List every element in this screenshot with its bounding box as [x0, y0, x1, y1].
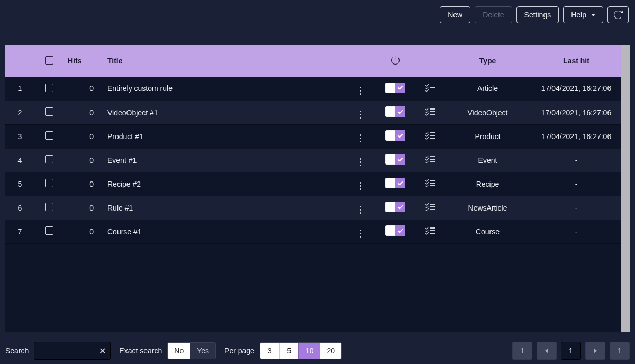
- row-menu-button[interactable]: [349, 148, 373, 172]
- row-number: 5: [5, 172, 34, 196]
- table-row: 70Course #1Course-: [5, 220, 621, 243]
- chevron-right-icon: [594, 348, 597, 353]
- row-title[interactable]: Product #1: [103, 124, 349, 148]
- row-enabled-toggle[interactable]: [373, 148, 418, 172]
- toggle-icon: [385, 130, 405, 141]
- row-hits: 0: [64, 101, 103, 124]
- help-button[interactable]: Help: [563, 6, 603, 23]
- row-select[interactable]: [34, 101, 64, 124]
- type-header[interactable]: Type: [444, 45, 531, 77]
- row-hits: 0: [64, 220, 103, 243]
- new-button[interactable]: New: [440, 6, 470, 23]
- scrollbar-thumb[interactable]: [621, 45, 630, 332]
- row-enabled-toggle[interactable]: [373, 101, 418, 124]
- row-number: 7: [5, 220, 34, 243]
- vertical-scrollbar[interactable]: [621, 45, 630, 332]
- settings-button[interactable]: Settings: [516, 6, 559, 23]
- row-number: 6: [5, 196, 34, 220]
- row-lasthit: -: [531, 148, 621, 172]
- row-title[interactable]: Rule #1: [103, 196, 349, 220]
- hits-header[interactable]: Hits: [64, 45, 103, 77]
- row-select[interactable]: [34, 220, 64, 243]
- row-enabled-toggle[interactable]: [373, 220, 418, 243]
- pager-next-button[interactable]: [585, 342, 605, 360]
- select-all-cell[interactable]: [34, 45, 64, 77]
- checkbox-icon: [45, 203, 53, 211]
- refresh-icon: [614, 11, 622, 19]
- row-title[interactable]: Course #1: [103, 220, 349, 243]
- row-lasthit: -: [531, 220, 621, 243]
- checkbox-icon: [45, 84, 53, 92]
- row-hits: 0: [64, 148, 103, 172]
- footer-bar: Search ✕ Exact search No Yes Per page 35…: [0, 338, 635, 364]
- checklist-icon: [426, 179, 436, 187]
- row-select[interactable]: [34, 124, 64, 148]
- row-checklist-button[interactable]: [418, 172, 444, 196]
- row-menu-button[interactable]: [349, 124, 373, 148]
- kebab-icon: [360, 205, 361, 215]
- delete-button: Delete: [475, 6, 512, 23]
- table-row: 50Recipe #2Recipe-: [5, 172, 621, 196]
- enabled-header[interactable]: [373, 45, 418, 77]
- row-lasthit: -: [531, 196, 621, 220]
- search-input[interactable]: [34, 342, 146, 359]
- exact-no-option[interactable]: No: [168, 343, 190, 359]
- table-header-row: Hits Title Type Last hit: [5, 45, 621, 77]
- row-checklist-button[interactable]: [418, 101, 444, 124]
- row-enabled-toggle[interactable]: [373, 196, 418, 220]
- row-menu-button[interactable]: [349, 77, 373, 101]
- refresh-button[interactable]: [607, 6, 629, 23]
- perpage-label: Per page: [224, 347, 255, 355]
- lasthit-header[interactable]: Last hit: [531, 45, 621, 77]
- row-type: Course: [444, 220, 531, 243]
- row-menu-button[interactable]: [349, 196, 373, 220]
- row-checklist-button[interactable]: [418, 196, 444, 220]
- row-enabled-toggle[interactable]: [373, 77, 418, 101]
- row-title[interactable]: VideoObject #1: [103, 101, 349, 124]
- pager-first-button[interactable]: 1: [512, 342, 532, 360]
- row-select[interactable]: [34, 196, 64, 220]
- row-checklist-button[interactable]: [418, 220, 444, 243]
- pager-prev-button[interactable]: [537, 342, 557, 360]
- kebab-icon: [360, 110, 361, 120]
- row-number: 3: [5, 124, 34, 148]
- row-checklist-button[interactable]: [418, 148, 444, 172]
- row-title[interactable]: Recipe #2: [103, 172, 349, 196]
- row-checklist-button[interactable]: [418, 77, 444, 101]
- checkbox-icon: [45, 56, 53, 65]
- kebab-icon: [360, 86, 361, 96]
- checklist-icon: [426, 84, 436, 92]
- perpage-option-3[interactable]: 3: [260, 343, 279, 359]
- perpage-option-5[interactable]: 5: [279, 343, 298, 359]
- row-number: 1: [5, 77, 34, 101]
- row-enabled-toggle[interactable]: [373, 172, 418, 196]
- row-type: NewsArticle: [444, 196, 531, 220]
- row-lasthit: -: [531, 172, 621, 196]
- pager-last-button[interactable]: 1: [610, 342, 630, 360]
- exact-yes-option[interactable]: Yes: [190, 343, 215, 359]
- title-header[interactable]: Title: [103, 45, 349, 77]
- row-select[interactable]: [34, 172, 64, 196]
- checkbox-icon: [45, 179, 53, 187]
- kebab-icon: [360, 134, 361, 143]
- row-type: Product: [444, 124, 531, 148]
- row-menu-button[interactable]: [349, 172, 373, 196]
- checklist-icon: [426, 132, 436, 139]
- checklist-icon: [426, 227, 436, 234]
- perpage-option-20[interactable]: 20: [320, 343, 341, 359]
- kebab-icon: [360, 181, 361, 191]
- search-label: Search: [5, 347, 29, 355]
- row-title[interactable]: Entirely custom rule: [103, 77, 349, 101]
- perpage-option-10[interactable]: 10: [298, 343, 320, 359]
- row-enabled-toggle[interactable]: [373, 124, 418, 148]
- row-title[interactable]: Event #1: [103, 148, 349, 172]
- row-menu-button[interactable]: [349, 220, 373, 243]
- pager-current[interactable]: 1: [561, 342, 581, 360]
- row-select[interactable]: [34, 148, 64, 172]
- help-label: Help: [571, 11, 586, 19]
- clear-search-icon[interactable]: ✕: [99, 346, 106, 356]
- toggle-icon: [385, 202, 405, 212]
- row-select[interactable]: [34, 77, 64, 101]
- row-menu-button[interactable]: [349, 101, 373, 124]
- row-checklist-button[interactable]: [418, 124, 444, 148]
